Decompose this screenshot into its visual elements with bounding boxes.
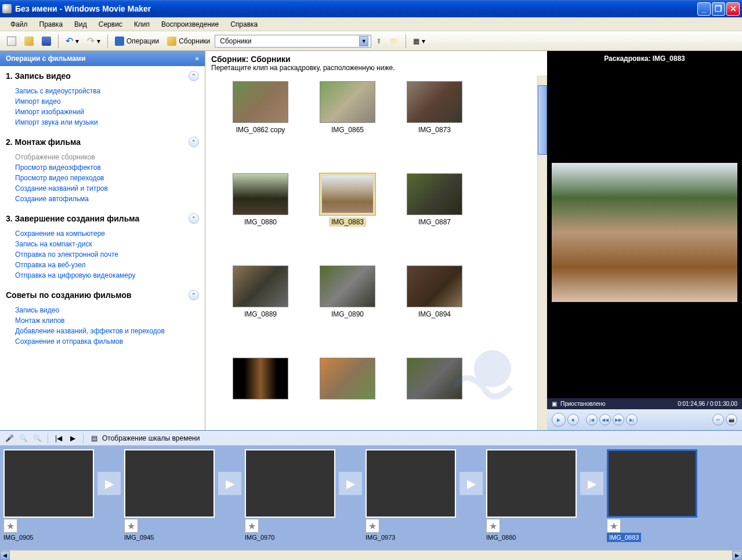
collection-item[interactable]: IMG_0883 bbox=[304, 173, 391, 248]
storyboard-clip[interactable]: ▶★IMG_0880 bbox=[486, 449, 607, 542]
link-tip-edit[interactable]: Монтаж клипов bbox=[15, 315, 199, 326]
collection-item[interactable] bbox=[391, 358, 478, 424]
maximize-button[interactable]: ❐ bbox=[712, 2, 725, 16]
redo-button[interactable]: ↷ ▾ bbox=[84, 33, 104, 49]
scroll-left-button[interactable]: ◀ bbox=[0, 551, 10, 560]
zoom-out-button[interactable]: 🔍 bbox=[31, 432, 43, 444]
collection-dropdown[interactable]: Сборники ▼ bbox=[215, 35, 371, 48]
link-tip-save[interactable]: Сохранение и отправка фильмов bbox=[15, 336, 199, 347]
clip-label: IMG_0945 bbox=[124, 533, 154, 542]
set-audio-button[interactable]: 🎤 bbox=[3, 432, 15, 444]
next-button[interactable]: ▶| bbox=[626, 414, 638, 426]
stop-button[interactable]: ■ bbox=[567, 414, 579, 426]
scroll-right-button[interactable]: ▶ bbox=[732, 551, 742, 560]
effect-slot[interactable]: ★ bbox=[486, 519, 500, 533]
transition-slot[interactable]: ▶ bbox=[459, 472, 483, 495]
open-button[interactable] bbox=[21, 34, 37, 48]
link-show-collections[interactable]: Отображение сборников bbox=[15, 152, 199, 162]
collection-item[interactable]: IMG_0890 bbox=[304, 266, 391, 340]
link-send-web[interactable]: Отправка на веб-узел bbox=[15, 260, 199, 270]
collapse-icon[interactable]: ⌃ bbox=[189, 213, 199, 224]
link-send-dv[interactable]: Отправка на цифровую видеокамеру bbox=[15, 270, 199, 281]
transition-slot[interactable]: ▶ bbox=[339, 472, 362, 495]
collection-item[interactable]: IMG_0894 bbox=[391, 266, 478, 340]
collapse-icon[interactable]: ⌃ bbox=[189, 137, 199, 147]
link-video-effects[interactable]: Просмотр видеоэффектов bbox=[15, 162, 199, 173]
collection-item[interactable]: IMG_0887 bbox=[391, 173, 478, 248]
link-import-video[interactable]: Импорт видео bbox=[15, 96, 199, 107]
collection-item[interactable]: IMG_0862 copy bbox=[217, 81, 304, 156]
rewind-timeline-button[interactable]: |◀ bbox=[53, 432, 64, 444]
link-import-images[interactable]: Импорт изображений bbox=[15, 107, 199, 117]
snapshot-button[interactable]: 📷 bbox=[726, 414, 737, 426]
menu-play[interactable]: Воспроизведение bbox=[155, 19, 225, 30]
new-button[interactable] bbox=[3, 34, 20, 48]
scrollbar-thumb[interactable] bbox=[538, 85, 547, 155]
save-button[interactable] bbox=[38, 34, 55, 48]
minimize-button[interactable]: _ bbox=[697, 2, 711, 16]
link-import-audio[interactable]: Импорт звука или музыки bbox=[15, 117, 199, 128]
play-button[interactable]: ▶ bbox=[552, 413, 566, 427]
menu-clip[interactable]: Клип bbox=[128, 19, 155, 30]
menu-help[interactable]: Справка bbox=[225, 19, 263, 30]
link-video-transitions[interactable]: Просмотр видео переходов bbox=[15, 173, 199, 183]
link-automovie[interactable]: Создание автофильма bbox=[15, 194, 199, 204]
link-save-computer[interactable]: Сохранение на компьютере bbox=[15, 228, 199, 239]
transition-slot[interactable]: ▶ bbox=[97, 472, 121, 495]
view-button[interactable]: ▦ ▾ bbox=[410, 35, 429, 48]
dropdown-value: Сборники bbox=[220, 37, 251, 45]
clip-frame bbox=[365, 449, 456, 518]
menu-view[interactable]: Вид bbox=[68, 19, 93, 30]
collapse-icon[interactable]: ⌃ bbox=[189, 290, 199, 300]
transition-slot[interactable]: ▶ bbox=[218, 472, 241, 495]
menu-edit[interactable]: Правка bbox=[34, 19, 69, 30]
transition-slot[interactable]: ▶ bbox=[580, 472, 603, 495]
forward-button[interactable]: ▶▶ bbox=[613, 414, 624, 426]
storyboard-clip[interactable]: ▶★IMG_0945 bbox=[124, 449, 245, 542]
collections-button[interactable]: Сборники bbox=[164, 34, 213, 48]
tasks-close-button[interactable]: × bbox=[196, 55, 199, 62]
menu-service[interactable]: Сервис bbox=[93, 19, 128, 30]
collection-item[interactable] bbox=[217, 358, 304, 424]
collection-item[interactable]: IMG_0889 bbox=[217, 266, 304, 340]
collection-item[interactable] bbox=[304, 358, 391, 424]
collection-item[interactable]: IMG_0865 bbox=[304, 81, 391, 156]
zoom-in-button[interactable]: 🔍 bbox=[17, 432, 29, 444]
prev-button[interactable]: |◀ bbox=[586, 414, 598, 426]
show-timeline-button[interactable]: Отображение шкалы времени bbox=[102, 434, 200, 442]
storyboard-clip[interactable]: ▶★IMG_0905 bbox=[3, 449, 124, 542]
horizontal-scrollbar[interactable]: ◀ ▶ bbox=[0, 550, 742, 560]
thumbnail bbox=[320, 266, 375, 307]
menu-file[interactable]: Файл bbox=[5, 19, 34, 30]
effect-slot[interactable]: ★ bbox=[245, 519, 259, 533]
undo-button[interactable]: ↶ ▾ bbox=[62, 33, 82, 49]
storyboard-clip[interactable]: ▶★IMG_0970 bbox=[245, 449, 365, 542]
link-capture-device[interactable]: Запись с видеоустройства bbox=[15, 86, 199, 96]
collection-item[interactable]: IMG_0880 bbox=[217, 173, 304, 248]
link-send-email[interactable]: Отправка по электронной почте bbox=[15, 249, 199, 260]
undo-icon: ↶ bbox=[66, 35, 73, 46]
nav-up-button[interactable]: ⬆ bbox=[372, 35, 385, 48]
split-button[interactable]: ✂ bbox=[712, 414, 724, 426]
effect-slot[interactable]: ★ bbox=[365, 519, 379, 533]
link-tip-capture[interactable]: Запись видео bbox=[15, 305, 199, 315]
tasks-button[interactable]: Операции bbox=[111, 34, 162, 48]
vertical-scrollbar[interactable] bbox=[537, 75, 547, 430]
effect-slot[interactable]: ★ bbox=[607, 519, 621, 533]
play-timeline-button[interactable]: ▶ bbox=[67, 432, 78, 444]
link-titles[interactable]: Создание названий и титров bbox=[15, 183, 199, 194]
collection-item[interactable]: IMG_0873 bbox=[391, 81, 478, 156]
effect-slot[interactable]: ★ bbox=[3, 519, 17, 533]
storyboard-clip[interactable]: ★IMG_0883 bbox=[607, 449, 697, 542]
timeline-area: 🎤 🔍 🔍 |◀ ▶ ▤ Отображение шкалы времени ▶… bbox=[0, 430, 742, 560]
rewind-button[interactable]: ◀◀ bbox=[599, 414, 611, 426]
effect-slot[interactable]: ★ bbox=[124, 519, 138, 533]
link-tip-titles[interactable]: Добавление названий, эффектов и переходо… bbox=[15, 326, 199, 336]
link-save-cd[interactable]: Запись на компакт-диск bbox=[15, 239, 199, 249]
new-folder-button[interactable]: 📁 bbox=[386, 35, 402, 48]
storyboard-clip[interactable]: ▶★IMG_0973 bbox=[365, 449, 486, 542]
collapse-icon[interactable]: ⌃ bbox=[189, 71, 199, 81]
scrollbar-track[interactable] bbox=[10, 551, 732, 560]
storyboard[interactable]: ▶★IMG_0905▶★IMG_0945▶★IMG_0970▶★IMG_0973… bbox=[0, 446, 742, 550]
close-button[interactable]: ✕ bbox=[726, 2, 740, 16]
